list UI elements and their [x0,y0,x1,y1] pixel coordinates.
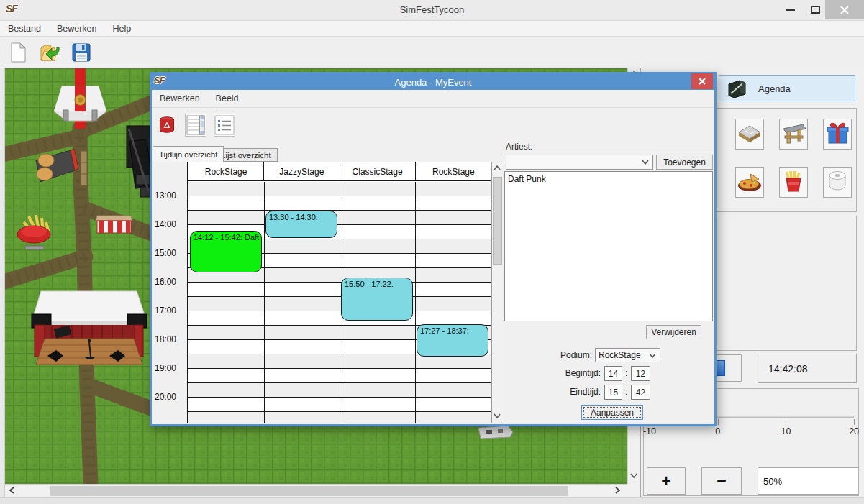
scroll-down-arrow[interactable] [493,411,501,420]
agenda-button[interactable]: Agenda [719,75,855,101]
tab-tijdlijn-overzicht[interactable]: Tijdlijn overzicht [153,146,224,162]
dialog-titlebar[interactable]: SF Agenda - MyEvent [152,74,714,90]
item-button-pizza[interactable] [735,167,764,198]
zoom-in-button[interactable]: + [647,467,686,495]
schedule-time-gutter [153,162,188,423]
begin-hour-value: 14 [609,369,618,379]
schedule-event[interactable]: 15:50 - 17:22: [341,278,413,320]
begin-hour-field[interactable]: 14 [604,366,622,381]
scrollbar-thumb[interactable] [493,177,502,265]
menu-item-help[interactable]: Help [104,24,139,34]
column-header-jazzystage: JazzyStage [264,162,340,180]
slider-tick-label: 0 [704,426,732,436]
delete-item-button[interactable] [156,114,178,137]
podium-combobox[interactable]: RockStage [595,348,660,362]
slider-tick [854,419,855,425]
slider-tick [786,419,786,425]
window-title: SimFestTycoon [0,4,864,15]
chevron-down-icon [629,471,638,480]
slider-tick [718,419,719,425]
menu-item-bewerken[interactable]: Bewerken [49,24,105,34]
column-header-rockstage: RockStage [416,162,491,180]
map-horizontal-scrollbar[interactable] [5,484,627,497]
dialog-menu-item-beeld[interactable]: Beeld [208,93,247,104]
path-tile-icon [737,121,763,148]
add-artist-label: Toevoegen [663,157,706,168]
artist-label: Artiest: [506,142,532,152]
remove-artist-label: Verwijderen [651,327,696,337]
end-minute-field[interactable]: 42 [631,385,650,400]
stage [32,291,147,365]
agenda-book-icon [727,79,748,98]
schedule-event[interactable]: 14:12 - 15:42: Daft Punk [190,231,262,272]
artist-list-item[interactable]: Daft Punk [505,172,712,184]
schedule-event[interactable]: 17:27 - 18:37: [417,324,488,357]
podium-label: Podium: [549,350,592,360]
game-clock: 14:42:08 [758,354,857,383]
zoom-level-field[interactable]: 50% [758,467,858,495]
save-file-button[interactable] [69,40,94,65]
minimize-icon [786,9,795,11]
chevron-right-icon [613,486,622,495]
timeline-view-button[interactable] [185,114,206,137]
column-header-classicstage: ClassicStage [340,162,416,180]
minimize-button[interactable] [779,0,802,19]
time-label-1700: 17:00 [155,306,186,316]
dialog-close-button[interactable] [691,73,713,89]
minus-icon: − [717,472,726,491]
window-bottom-edge [0,497,864,504]
maximize-button[interactable] [804,0,827,19]
scroll-left-arrow[interactable] [8,486,17,495]
menu-item-bestand[interactable]: Bestand [0,24,49,34]
chevron-down-icon [641,157,650,166]
scroll-right-arrow[interactable] [613,486,622,495]
begin-minute-field[interactable]: 12 [631,366,650,381]
item-button-gift[interactable] [823,119,852,150]
remove-artist-button[interactable]: Verwijderen [646,325,701,339]
chevron-down-icon [648,351,657,359]
scroll-down-arrow[interactable] [629,471,638,480]
time-colon: : [625,387,627,397]
schedule-header: RockStageJazzyStageClassicStageRockStage [188,162,491,181]
titlebar: SF SimFestTycoon [0,0,864,19]
maximize-icon [811,6,820,14]
agenda-button-label: Agenda [758,83,791,94]
close-button[interactable] [825,0,864,19]
item-button-path-tile[interactable] [735,119,764,150]
scroll-up-arrow[interactable] [493,164,501,173]
column-header-rockstage: RockStage [188,162,264,180]
item-button-stage-gate[interactable] [779,119,808,150]
end-hour-field[interactable]: 15 [604,385,622,400]
list-view-button[interactable] [214,114,235,137]
market-stall [96,216,132,233]
schedule-grid[interactable]: 14:12 - 15:42: Daft Punk13:30 - 14:30: 1… [188,182,491,423]
dialog-menubar: BewerkenBeeld [152,90,714,108]
main-menubar: BestandBewerkenHelp [0,20,864,37]
window-left-edge [0,68,5,497]
chevron-left-icon [8,486,17,495]
podium-combo-value: RockStage [599,350,641,360]
add-artist-button[interactable]: Toevoegen [656,155,713,170]
artist-combobox[interactable] [506,155,653,170]
apply-button[interactable]: Aanpassen [581,405,643,420]
open-file-button[interactable] [37,40,62,65]
time-label-1300: 13:00 [155,191,186,201]
fries-icon [781,169,806,196]
time-label-1800: 18:00 [155,334,186,344]
chevron-up-icon [493,164,501,173]
zoom-out-button[interactable]: − [701,467,742,495]
plus-icon: + [661,472,670,491]
hscroll-thumb[interactable] [50,486,568,496]
new-file-button[interactable] [6,40,30,65]
pizza-icon [737,170,763,196]
main-toolbar [0,37,864,68]
item-button-fries[interactable] [779,167,808,198]
schedule-event[interactable]: 13:30 - 14:30: [265,211,337,238]
dialog-logo-icon: SF [154,75,165,86]
column-separator [264,182,265,423]
artist-list[interactable]: Daft Punk [504,171,713,321]
dialog-menu-item-bewerken[interactable]: Bewerken [152,93,208,104]
item-button-toilet-paper[interactable] [823,167,852,198]
schedule-scrollbar[interactable] [491,162,503,423]
schedule-timeline: RockStageJazzyStageClassicStageRockStage… [153,162,502,423]
